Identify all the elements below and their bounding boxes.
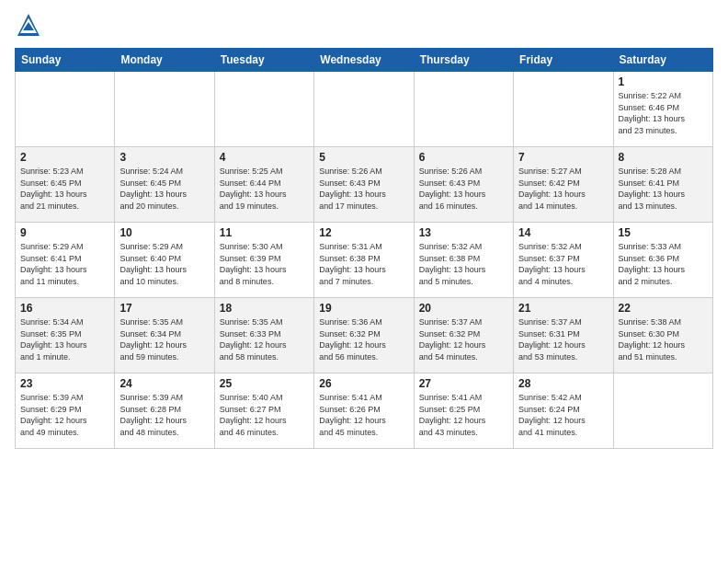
- day-number: 25: [220, 377, 309, 390]
- day-number: 5: [319, 151, 408, 164]
- weekday-header-row: SundayMondayTuesdayWednesdayThursdayFrid…: [16, 49, 713, 72]
- day-info: Sunrise: 5:42 AM Sunset: 6:24 PM Dayligh…: [518, 392, 608, 438]
- day-number: 2: [20, 151, 109, 164]
- day-number: 26: [319, 377, 408, 390]
- day-number: 19: [319, 302, 408, 315]
- week-row-2: 2Sunrise: 5:23 AM Sunset: 6:45 PM Daylig…: [16, 147, 713, 223]
- weekday-header-saturday: Saturday: [613, 49, 712, 72]
- day-info: Sunrise: 5:35 AM Sunset: 6:33 PM Dayligh…: [220, 316, 309, 362]
- calendar-cell: 28Sunrise: 5:42 AM Sunset: 6:24 PM Dayli…: [514, 373, 613, 449]
- day-info: Sunrise: 5:41 AM Sunset: 6:25 PM Dayligh…: [419, 392, 508, 438]
- day-info: Sunrise: 5:26 AM Sunset: 6:43 PM Dayligh…: [419, 166, 508, 212]
- calendar-cell: 16Sunrise: 5:34 AM Sunset: 6:35 PM Dayli…: [16, 298, 115, 373]
- day-number: 18: [220, 302, 309, 315]
- calendar-cell: [16, 72, 115, 147]
- calendar-cell: 4Sunrise: 5:25 AM Sunset: 6:44 PM Daylig…: [214, 147, 313, 223]
- calendar-cell: 20Sunrise: 5:37 AM Sunset: 6:32 PM Dayli…: [414, 298, 513, 373]
- week-row-4: 16Sunrise: 5:34 AM Sunset: 6:35 PM Dayli…: [16, 298, 713, 373]
- day-number: 15: [619, 226, 708, 239]
- week-row-5: 23Sunrise: 5:39 AM Sunset: 6:29 PM Dayli…: [16, 373, 713, 449]
- weekday-header-sunday: Sunday: [16, 49, 115, 72]
- calendar-cell: 10Sunrise: 5:29 AM Sunset: 6:40 PM Dayli…: [115, 223, 214, 298]
- day-number: 1: [619, 75, 708, 88]
- day-number: 8: [619, 151, 708, 164]
- calendar-cell: 24Sunrise: 5:39 AM Sunset: 6:28 PM Dayli…: [115, 373, 214, 449]
- page: SundayMondayTuesdayWednesdayThursdayFrid…: [0, 0, 728, 563]
- day-info: Sunrise: 5:26 AM Sunset: 6:43 PM Dayligh…: [319, 166, 408, 212]
- day-info: Sunrise: 5:28 AM Sunset: 6:41 PM Dayligh…: [619, 166, 708, 212]
- calendar-cell: 26Sunrise: 5:41 AM Sunset: 6:26 PM Dayli…: [314, 373, 414, 449]
- day-number: 7: [518, 151, 608, 164]
- calendar-cell: 15Sunrise: 5:33 AM Sunset: 6:36 PM Dayli…: [613, 223, 712, 298]
- day-number: 24: [119, 377, 209, 390]
- day-info: Sunrise: 5:31 AM Sunset: 6:38 PM Dayligh…: [319, 241, 408, 287]
- day-info: Sunrise: 5:34 AM Sunset: 6:35 PM Dayligh…: [20, 316, 109, 362]
- day-info: Sunrise: 5:22 AM Sunset: 6:46 PM Dayligh…: [619, 90, 708, 136]
- day-info: Sunrise: 5:29 AM Sunset: 6:41 PM Dayligh…: [20, 241, 109, 287]
- weekday-header-friday: Friday: [514, 49, 613, 72]
- day-number: 23: [20, 377, 109, 390]
- calendar: SundayMondayTuesdayWednesdayThursdayFrid…: [15, 48, 713, 449]
- day-number: 17: [119, 302, 209, 315]
- calendar-cell: [314, 72, 414, 147]
- day-info: Sunrise: 5:39 AM Sunset: 6:29 PM Dayligh…: [20, 392, 109, 438]
- day-number: 22: [619, 302, 708, 315]
- calendar-cell: 22Sunrise: 5:38 AM Sunset: 6:30 PM Dayli…: [613, 298, 712, 373]
- logo-icon: [15, 11, 42, 39]
- calendar-cell: [115, 72, 214, 147]
- calendar-cell: [214, 72, 313, 147]
- day-info: Sunrise: 5:38 AM Sunset: 6:30 PM Dayligh…: [619, 316, 708, 362]
- day-number: 28: [518, 377, 608, 390]
- calendar-cell: 7Sunrise: 5:27 AM Sunset: 6:42 PM Daylig…: [514, 147, 613, 223]
- week-row-1: 1Sunrise: 5:22 AM Sunset: 6:46 PM Daylig…: [16, 72, 713, 147]
- calendar-cell: 27Sunrise: 5:41 AM Sunset: 6:25 PM Dayli…: [414, 373, 513, 449]
- calendar-cell: 19Sunrise: 5:36 AM Sunset: 6:32 PM Dayli…: [314, 298, 414, 373]
- day-info: Sunrise: 5:35 AM Sunset: 6:34 PM Dayligh…: [119, 316, 209, 362]
- weekday-header-monday: Monday: [115, 49, 214, 72]
- week-row-3: 9Sunrise: 5:29 AM Sunset: 6:41 PM Daylig…: [16, 223, 713, 298]
- day-number: 11: [220, 226, 309, 239]
- calendar-cell: 23Sunrise: 5:39 AM Sunset: 6:29 PM Dayli…: [16, 373, 115, 449]
- day-number: 13: [419, 226, 508, 239]
- day-number: 3: [119, 151, 209, 164]
- day-info: Sunrise: 5:23 AM Sunset: 6:45 PM Dayligh…: [20, 166, 109, 212]
- day-info: Sunrise: 5:24 AM Sunset: 6:45 PM Dayligh…: [119, 166, 209, 212]
- day-number: 16: [20, 302, 109, 315]
- day-info: Sunrise: 5:32 AM Sunset: 6:37 PM Dayligh…: [518, 241, 608, 287]
- calendar-cell: 18Sunrise: 5:35 AM Sunset: 6:33 PM Dayli…: [214, 298, 313, 373]
- calendar-cell: 2Sunrise: 5:23 AM Sunset: 6:45 PM Daylig…: [16, 147, 115, 223]
- calendar-cell: 12Sunrise: 5:31 AM Sunset: 6:38 PM Dayli…: [314, 223, 414, 298]
- calendar-cell: 5Sunrise: 5:26 AM Sunset: 6:43 PM Daylig…: [314, 147, 414, 223]
- day-info: Sunrise: 5:29 AM Sunset: 6:40 PM Dayligh…: [119, 241, 209, 287]
- day-info: Sunrise: 5:40 AM Sunset: 6:27 PM Dayligh…: [220, 392, 309, 438]
- weekday-header-wednesday: Wednesday: [314, 49, 414, 72]
- day-info: Sunrise: 5:36 AM Sunset: 6:32 PM Dayligh…: [319, 316, 408, 362]
- calendar-cell: [613, 373, 712, 449]
- logo: [15, 11, 48, 39]
- calendar-cell: 17Sunrise: 5:35 AM Sunset: 6:34 PM Dayli…: [115, 298, 214, 373]
- header: [15, 11, 713, 39]
- calendar-cell: 21Sunrise: 5:37 AM Sunset: 6:31 PM Dayli…: [514, 298, 613, 373]
- day-info: Sunrise: 5:32 AM Sunset: 6:38 PM Dayligh…: [419, 241, 508, 287]
- day-number: 9: [20, 226, 109, 239]
- day-info: Sunrise: 5:25 AM Sunset: 6:44 PM Dayligh…: [220, 166, 309, 212]
- day-number: 10: [119, 226, 209, 239]
- day-info: Sunrise: 5:41 AM Sunset: 6:26 PM Dayligh…: [319, 392, 408, 438]
- day-number: 20: [419, 302, 508, 315]
- weekday-header-thursday: Thursday: [414, 49, 513, 72]
- calendar-cell: 11Sunrise: 5:30 AM Sunset: 6:39 PM Dayli…: [214, 223, 313, 298]
- calendar-cell: [414, 72, 513, 147]
- day-number: 14: [518, 226, 608, 239]
- calendar-cell: 6Sunrise: 5:26 AM Sunset: 6:43 PM Daylig…: [414, 147, 513, 223]
- day-info: Sunrise: 5:39 AM Sunset: 6:28 PM Dayligh…: [119, 392, 209, 438]
- weekday-header-tuesday: Tuesday: [214, 49, 313, 72]
- day-info: Sunrise: 5:37 AM Sunset: 6:32 PM Dayligh…: [419, 316, 508, 362]
- calendar-cell: 25Sunrise: 5:40 AM Sunset: 6:27 PM Dayli…: [214, 373, 313, 449]
- calendar-cell: [514, 72, 613, 147]
- calendar-cell: 3Sunrise: 5:24 AM Sunset: 6:45 PM Daylig…: [115, 147, 214, 223]
- day-number: 4: [220, 151, 309, 164]
- day-info: Sunrise: 5:33 AM Sunset: 6:36 PM Dayligh…: [619, 241, 708, 287]
- day-info: Sunrise: 5:30 AM Sunset: 6:39 PM Dayligh…: [220, 241, 309, 287]
- calendar-cell: 8Sunrise: 5:28 AM Sunset: 6:41 PM Daylig…: [613, 147, 712, 223]
- day-number: 21: [518, 302, 608, 315]
